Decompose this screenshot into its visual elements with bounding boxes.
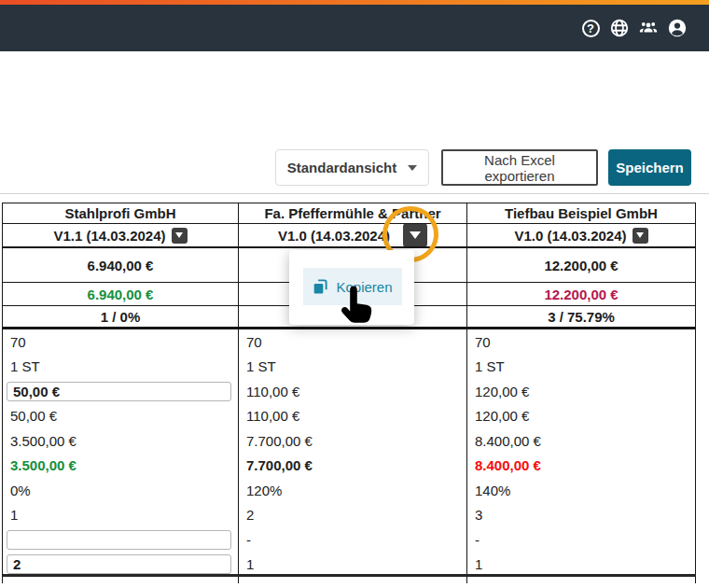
unit-price-value: 110,00 € [239, 379, 466, 404]
count-value: 1 [239, 553, 466, 575]
help-icon[interactable]: ? [580, 18, 601, 38]
price-level-percent: 120% [239, 478, 466, 503]
line-rank-value: 1 [3, 503, 238, 528]
detail-cell-stahlprofi: 70 1 ST 50,00 € 3.500,00 € 3.500,00 € 0%… [3, 329, 239, 574]
final-total-worst: 12.200,00 € [467, 283, 696, 305]
version-label: V1.0 (14.03.2024) [514, 228, 626, 244]
version-label: V1.1 (14.03.2024) [53, 228, 165, 244]
copy-menu-label: Kopieren [336, 279, 392, 295]
line-total-value: 3.500,00 € [3, 428, 238, 454]
unit-price-value: 120,00 € [467, 404, 695, 429]
annotation-input[interactable] [7, 530, 231, 550]
unit-price-value: 50,00 € [3, 404, 238, 429]
price-level-percent: 140% [467, 478, 695, 503]
line-final-best: 3.500,00 € [3, 454, 238, 479]
copy-menu-item[interactable]: Kopieren [303, 268, 402, 305]
quantity-value: 70 [239, 329, 466, 355]
line-total-value: 7.700,00 € [239, 428, 466, 454]
annotation-value: - [239, 527, 466, 553]
company-header-row: Stahlprofi GmbH Fa. Pfeffermühle & Partn… [3, 203, 696, 224]
help-glyph: ? [582, 20, 600, 37]
detail-cell-tiefbau: 70 1 ST 120,00 € 120,00 € 8.400,00 € 8.4… [467, 329, 696, 574]
version-row: V1.1 (14.03.2024) V1.0 (14.03.2024) V1.0… [3, 224, 696, 248]
company-name-pfeffermuehle: Fa. Pfeffermühle & Partner [239, 203, 467, 223]
line-rank-value: 2 [239, 503, 466, 528]
unit-price-value: 120,00 € [467, 379, 695, 404]
count-value: 1 [467, 553, 695, 575]
version-dropdown-icon[interactable] [633, 228, 648, 244]
unit-value: 1 ST [3, 355, 238, 380]
line-total-value: 8.400,00 € [467, 428, 695, 454]
version-label: V1.0 (14.03.2024) [278, 228, 390, 244]
team-users-icon[interactable] [638, 18, 659, 38]
total-value: 12.200,00 € [467, 248, 696, 282]
version-dropdown-icon[interactable] [172, 228, 188, 244]
unit-value: 1 ST [467, 355, 695, 380]
line-final-value: 7.700,00 € [239, 454, 466, 479]
annotation-value: - [467, 527, 695, 553]
unit-price-value: 110,00 € [239, 404, 466, 429]
copy-icon [313, 279, 328, 295]
account-avatar-icon[interactable] [667, 18, 688, 38]
panel-top-divider [0, 193, 709, 194]
next-row-sliver [3, 577, 696, 583]
language-globe-icon[interactable] [609, 18, 630, 38]
view-select-dropdown[interactable]: Standardansicht [275, 149, 429, 186]
count-input[interactable] [7, 554, 231, 574]
unit-price-input[interactable] [7, 382, 231, 401]
total-value: 6.940,00 € [3, 248, 239, 282]
rank-deviation-value: 3 / 75.79% [467, 306, 696, 327]
version-context-menu: Kopieren [289, 250, 414, 325]
company-name-stahlprofi: Stahlprofi GmbH [3, 203, 239, 223]
unit-value: 1 ST [239, 355, 466, 380]
line-final-worst: 8.400,00 € [467, 454, 695, 479]
save-button[interactable]: Speichern [608, 149, 691, 186]
final-total-best: 6.940,00 € [3, 283, 239, 305]
rank-deviation-value: 1 / 0% [3, 306, 239, 327]
quantity-value: 70 [467, 329, 695, 355]
version-dropdown-icon-active[interactable] [403, 224, 427, 246]
app-header: ? [0, 5, 709, 51]
price-level-percent: 0% [3, 478, 238, 503]
view-select-value: Standardansicht [287, 160, 397, 175]
detail-cell-pfeffermuehle: 70 1 ST 110,00 € 110,00 € 7.700,00 € 7.7… [239, 329, 467, 574]
quantity-value: 70 [3, 329, 238, 355]
chevron-down-icon [408, 165, 417, 171]
line-rank-value: 3 [467, 503, 695, 528]
export-excel-button[interactable]: Nach Excel exportieren [441, 149, 598, 186]
position-detail-row: 70 1 ST 50,00 € 3.500,00 € 3.500,00 € 0%… [3, 329, 696, 577]
company-name-tiefbau: Tiefbau Beispiel GmbH [467, 203, 696, 223]
